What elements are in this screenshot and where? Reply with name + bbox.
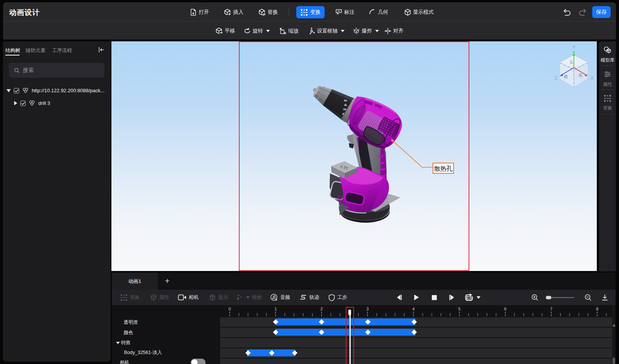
svg-text:右: 右	[578, 72, 583, 78]
svg-text:散热孔: 散热孔	[434, 165, 452, 172]
svg-text:Y: Y	[572, 44, 575, 50]
svg-text:X: X	[591, 75, 594, 81]
svg-text:前: 前	[563, 74, 568, 79]
svg-text:正常: 正常	[467, 296, 472, 299]
svg-text:Z: Z	[555, 75, 557, 81]
